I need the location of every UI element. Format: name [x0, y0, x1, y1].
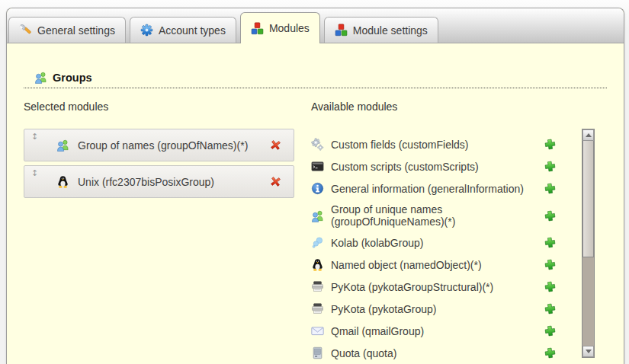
- available-module-row: Custom fields (customFields): [311, 137, 571, 152]
- disk-icon: [311, 346, 324, 359]
- scroll-up-button[interactable]: [582, 129, 594, 141]
- terminal-icon: [311, 160, 324, 173]
- triangle-down-icon: [586, 350, 592, 353]
- selected-modules-label: Selected modules: [24, 101, 294, 113]
- modules-icon: [251, 22, 264, 35]
- page-background: General settings Account types Modules M…: [0, 0, 629, 364]
- move-vertical-icon[interactable]: ↕: [31, 132, 38, 142]
- tab-module-settings[interactable]: Module settings: [324, 17, 438, 43]
- modules-columns: Selected modules ↕ Group of names (group…: [24, 101, 595, 360]
- scrollbar-thumb[interactable]: [582, 141, 594, 257]
- selected-module-name: Group of names (groupOfNames)(*): [78, 139, 269, 152]
- group-icon: [56, 139, 69, 152]
- add-module-button[interactable]: [544, 258, 557, 271]
- add-module-button[interactable]: [544, 138, 557, 151]
- available-module-name: General information (generalInformation): [331, 183, 537, 195]
- group-icon: [34, 71, 47, 84]
- tab-account-types[interactable]: Account types: [130, 17, 236, 43]
- triangle-up-icon: [586, 133, 592, 137]
- printer-icon: [311, 280, 324, 293]
- selected-modules-column: Selected modules ↕ Group of names (group…: [24, 101, 294, 202]
- available-module-name: Custom fields (customFields): [331, 139, 537, 151]
- wrench-icon: [19, 24, 32, 37]
- available-module-name: Kolab (kolabGroup): [331, 237, 537, 249]
- selected-module-row: ↕ Group of names (groupOfNames)(*): [24, 129, 294, 161]
- available-module-name: Qmail (qmailGroup): [331, 325, 537, 337]
- selected-module-row: ↕ Unix (rfc2307bisPosixGroup): [24, 165, 294, 198]
- tux-icon: [56, 175, 69, 188]
- scroll-down-button[interactable]: [582, 346, 594, 357]
- available-modules-body: Custom fields (customFields) Custom scri…: [311, 129, 595, 360]
- printer-icon: [311, 302, 324, 315]
- add-module-button[interactable]: [544, 160, 557, 173]
- available-module-row: Kolab (kolabGroup): [311, 235, 571, 250]
- modules-tab-content: Groups Selected modules ↕ Group of names…: [7, 43, 624, 360]
- gears-icon: [311, 138, 324, 151]
- remove-module-button[interactable]: [269, 139, 282, 152]
- section-header: Groups: [24, 71, 607, 88]
- remove-module-button[interactable]: [269, 175, 282, 188]
- info-icon: [311, 182, 324, 195]
- gear-icon: [140, 24, 153, 37]
- add-module-button[interactable]: [544, 346, 557, 359]
- mail-icon: [311, 324, 324, 337]
- add-module-button[interactable]: [544, 236, 557, 249]
- available-module-row: Quota (quota): [311, 346, 571, 360]
- selected-modules-list: ↕ Group of names (groupOfNames)(*) ↕ Uni…: [24, 129, 294, 198]
- kolab-icon: [311, 236, 324, 249]
- add-module-button[interactable]: [544, 324, 557, 337]
- available-modules-label: Available modules: [311, 101, 595, 113]
- available-module-row: General information (generalInformation): [311, 181, 571, 196]
- move-vertical-icon[interactable]: ↕: [31, 168, 38, 178]
- add-module-button[interactable]: [544, 302, 557, 315]
- available-module-name: Custom scripts (customScripts): [331, 161, 537, 173]
- scrollbar-track[interactable]: [582, 257, 594, 346]
- available-module-row: Custom scripts (customScripts): [311, 159, 571, 174]
- add-module-button[interactable]: [544, 209, 557, 222]
- available-module-row: Qmail (qmailGroup): [311, 324, 571, 338]
- available-module-name: PyKota (pykotaGroup): [331, 303, 537, 315]
- modules-icon: [335, 24, 348, 37]
- available-modules-list: Custom fields (customFields) Custom scri…: [311, 129, 582, 360]
- available-modules-column: Available modules Custom fields (customF…: [311, 101, 595, 360]
- selected-module-name: Unix (rfc2307bisPosixGroup): [78, 176, 269, 188]
- available-module-name: Quota (quota): [331, 347, 537, 359]
- tux-icon: [311, 258, 324, 271]
- available-module-row: PyKota (pykotaGroupStructural)(*): [311, 279, 571, 294]
- configuration-panel: General settings Account types Modules M…: [6, 8, 624, 364]
- tab-modules[interactable]: Modules: [240, 12, 320, 43]
- tab-general-settings[interactable]: General settings: [8, 17, 126, 43]
- available-module-name: Group of unique names (groupOfUniqueName…: [331, 203, 537, 228]
- add-module-button[interactable]: [544, 182, 557, 195]
- available-module-name: PyKota (pykotaGroupStructural)(*): [331, 281, 537, 293]
- available-module-row: Group of unique names (groupOfUniqueName…: [311, 203, 571, 228]
- group-icon: [311, 209, 324, 222]
- scrollbar[interactable]: [582, 129, 595, 358]
- available-module-row: Named object (namedObject)(*): [311, 257, 571, 272]
- section-title: Groups: [53, 72, 92, 84]
- available-module-row: PyKota (pykotaGroup): [311, 302, 571, 316]
- available-module-name: Named object (namedObject)(*): [331, 259, 537, 271]
- tab-bar: General settings Account types Modules M…: [7, 8, 624, 43]
- add-module-button[interactable]: [544, 280, 557, 293]
